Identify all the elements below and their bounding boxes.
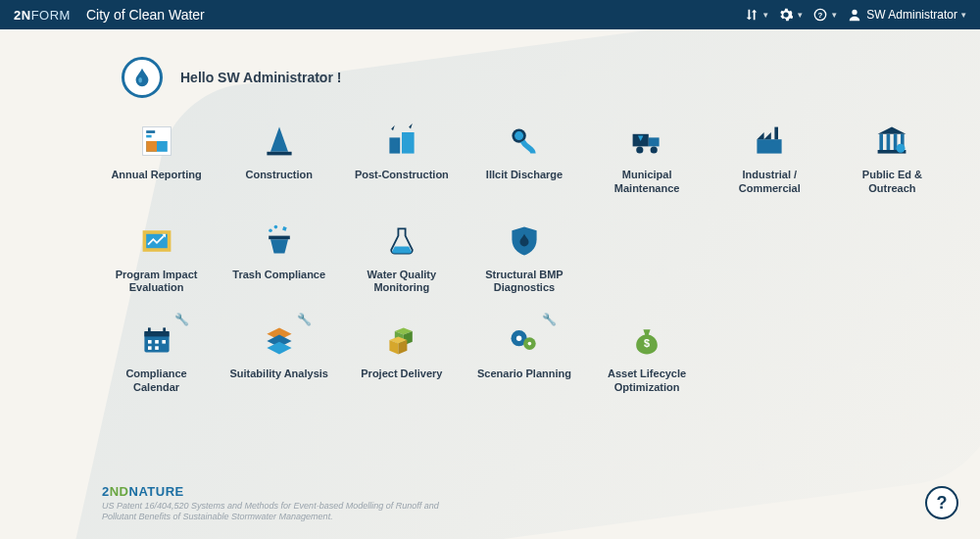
tile-project-delivery[interactable]: Project Delivery <box>343 320 460 395</box>
greeting-row: Hello SW Administrator ! <box>122 57 980 98</box>
svg-rect-45 <box>162 340 166 344</box>
svg-rect-42 <box>163 327 166 332</box>
tile-structural-bmp-diagnostics[interactable]: Structural BMP Diagnostics <box>466 221 582 296</box>
tile-label: Municipal Maintenance <box>593 169 701 196</box>
svg-point-2 <box>853 10 858 15</box>
tile-label: Structural BMP Diagnostics <box>470 269 578 296</box>
tile-post-construction[interactable]: Post-Construction <box>343 122 460 196</box>
tile-label: Compliance Calendar <box>103 368 211 395</box>
svg-marker-13 <box>391 125 395 130</box>
tile-trash-compliance[interactable]: Trash Compliance <box>220 221 337 296</box>
svg-point-36 <box>269 228 272 232</box>
calendar-icon: 🔧 <box>132 320 181 360</box>
truck-icon <box>622 122 671 161</box>
report-icon <box>132 122 181 161</box>
help-icon: ? <box>937 493 948 514</box>
chevron-down-icon: ▾ <box>763 10 768 20</box>
tile-label: Program Impact Evaluation <box>103 269 211 296</box>
factory-icon <box>745 122 794 161</box>
svg-rect-5 <box>146 130 155 133</box>
patent-text: US Patent 16/404,520 Systems and Methods… <box>102 501 455 523</box>
chart-arrow-icon <box>132 221 181 261</box>
user-name-label: SW Administrator <box>866 8 957 22</box>
svg-point-58 <box>516 336 521 341</box>
water-drop-badge-icon <box>122 57 163 98</box>
tile-label: Water Quality Monitoring <box>348 269 456 296</box>
footer-brand-logo: 2NDNATURE <box>102 484 455 499</box>
svg-rect-12 <box>402 132 415 154</box>
svg-rect-26 <box>880 134 884 150</box>
svg-marker-25 <box>878 127 906 134</box>
wrench-badge-icon: 🔧 <box>297 313 312 326</box>
user-icon <box>847 7 862 23</box>
money-bag-icon: $ <box>622 320 671 360</box>
tile-scenario-planning[interactable]: 🔧 Scenario Planning <box>466 320 582 395</box>
svg-rect-47 <box>155 346 159 350</box>
svg-rect-27 <box>887 134 891 150</box>
trash-icon <box>255 221 304 261</box>
tile-label: Illcit Discharge <box>486 169 563 182</box>
tile-public-ed-outreach[interactable]: Public Ed & Outreach <box>834 122 951 196</box>
svg-point-60 <box>528 342 532 346</box>
tile-industrial-commercial[interactable]: Industrial / Commercial <box>711 122 828 196</box>
institution-icon <box>867 122 916 161</box>
tile-illicit-discharge[interactable]: Illcit Discharge <box>466 122 582 196</box>
tile-label: Project Delivery <box>361 368 442 381</box>
user-menu[interactable]: SW Administrator ▾ <box>847 7 966 23</box>
svg-point-37 <box>273 224 277 228</box>
svg-point-31 <box>897 144 906 153</box>
wrench-badge-icon: 🔧 <box>174 313 189 326</box>
chevron-down-icon: ▾ <box>832 10 837 20</box>
tile-label: Asset Lifecycle Optimization <box>593 368 701 395</box>
svg-rect-24 <box>775 127 779 140</box>
footer: 2NDNATURE US Patent 16/404,520 Systems a… <box>102 484 455 523</box>
svg-rect-35 <box>269 235 290 239</box>
tile-label: Annual Reporting <box>111 169 201 182</box>
tile-label: Suitability Analysis <box>229 368 327 381</box>
shield-drop-icon <box>500 221 549 261</box>
tile-label: Construction <box>245 169 312 182</box>
svg-rect-44 <box>155 340 159 344</box>
org-name: City of Clean Water <box>86 7 205 23</box>
help-icon: ? <box>812 7 828 23</box>
flask-icon <box>377 221 426 261</box>
svg-rect-41 <box>148 327 151 332</box>
tile-water-quality-monitoring[interactable]: Water Quality Monitoring <box>343 221 460 296</box>
svg-rect-46 <box>148 346 152 350</box>
chevron-down-icon: ▾ <box>961 10 966 20</box>
layers-icon: 🔧 <box>255 320 304 360</box>
svg-rect-21 <box>758 139 782 153</box>
tile-label: Public Ed & Outreach <box>838 169 946 196</box>
svg-marker-14 <box>409 123 413 128</box>
svg-marker-9 <box>270 127 288 152</box>
svg-rect-38 <box>282 226 287 231</box>
help-menu[interactable]: ? ▾ <box>812 7 837 23</box>
tile-label: Industrial / Commercial <box>715 169 823 196</box>
gears-icon: 🔧 <box>500 320 549 360</box>
tile-municipal-maintenance[interactable]: Municipal Maintenance <box>589 122 706 196</box>
tile-label: Post-Construction <box>355 169 449 182</box>
tile-program-impact-evaluation[interactable]: Program Impact Evaluation <box>98 221 215 296</box>
svg-rect-6 <box>146 135 151 138</box>
svg-marker-23 <box>764 132 771 139</box>
header-bar: 2NFORM City of Clean Water ▾ ▾ ? ▾ SW Ad… <box>0 0 980 29</box>
tile-asset-lifecycle-optimization[interactable]: $ Asset Lifecycle Optimization <box>589 320 706 395</box>
tile-suitability-analysis[interactable]: 🔧 Suitability Analysis <box>220 320 337 395</box>
svg-rect-10 <box>267 152 291 156</box>
svg-point-19 <box>636 146 643 153</box>
svg-rect-43 <box>148 340 152 344</box>
tile-compliance-calendar[interactable]: 🔧 Compliance Calendar <box>98 320 215 395</box>
svg-text:$: $ <box>644 337 650 349</box>
svg-point-16 <box>514 131 523 140</box>
settings-menu[interactable]: ▾ <box>778 7 803 23</box>
tile-annual-reporting[interactable]: Annual Reporting <box>98 122 215 196</box>
boxes-icon <box>377 320 426 360</box>
buildings-icon <box>377 122 426 161</box>
svg-marker-50 <box>267 342 291 355</box>
tile-construction[interactable]: Construction <box>220 122 337 196</box>
sort-menu[interactable]: ▾ <box>744 7 768 23</box>
cone-icon <box>255 122 304 161</box>
help-fab-button[interactable]: ? <box>925 486 958 519</box>
tile-label: Trash Compliance <box>232 269 325 282</box>
pipe-icon <box>500 122 549 161</box>
